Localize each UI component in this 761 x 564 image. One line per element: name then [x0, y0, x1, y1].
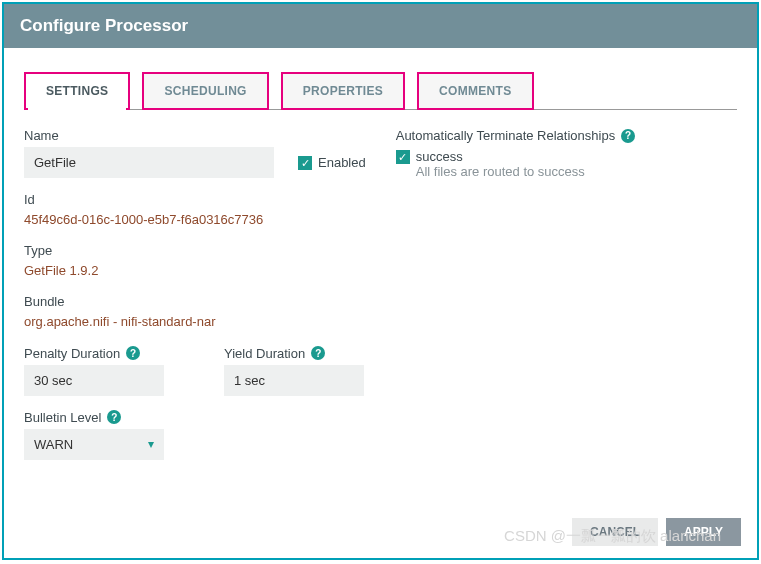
yield-label: Yield Duration	[224, 346, 305, 361]
checkmark-icon: ✓	[396, 150, 410, 164]
dialog-title: Configure Processor	[4, 4, 757, 48]
relationship-success-checkbox[interactable]: ✓ success	[396, 149, 737, 164]
tab-scheduling[interactable]: SCHEDULING	[142, 72, 268, 110]
bundle-label: Bundle	[24, 294, 366, 309]
settings-panel: Name ✓ Enabled Id 45f49c6d-016c-1000-e5b…	[24, 128, 737, 474]
yield-field-block: Yield Duration ?	[224, 346, 364, 396]
bulletin-label: Bulletin Level	[24, 410, 101, 425]
bulletin-field-block: Bulletin Level ? WARN ▾	[24, 410, 366, 460]
name-input[interactable]	[24, 147, 274, 178]
penalty-input[interactable]	[24, 365, 164, 396]
name-label: Name	[24, 128, 366, 143]
id-field-block: Id 45f49c6d-016c-1000-e5b7-f6a0316c7736	[24, 192, 366, 229]
cancel-button[interactable]: CANCEL	[572, 518, 658, 546]
chevron-down-icon: ▾	[148, 437, 154, 451]
help-icon[interactable]: ?	[621, 129, 635, 143]
id-label: Id	[24, 192, 366, 207]
type-label: Type	[24, 243, 366, 258]
penalty-label: Penalty Duration	[24, 346, 120, 361]
dialog-footer: CANCEL APPLY	[4, 506, 757, 558]
bundle-field-block: Bundle org.apache.nifi - nifi-standard-n…	[24, 294, 366, 331]
tab-bar: SETTINGS SCHEDULING PROPERTIES COMMENTS	[24, 72, 737, 110]
relationship-success-desc: All files are routed to success	[416, 164, 737, 179]
dialog-content: SETTINGS SCHEDULING PROPERTIES COMMENTS …	[4, 48, 757, 506]
help-icon[interactable]: ?	[126, 346, 140, 360]
enabled-checkbox-wrap[interactable]: ✓ Enabled	[298, 155, 366, 170]
tab-settings[interactable]: SETTINGS	[24, 72, 130, 110]
configure-processor-dialog: Configure Processor SETTINGS SCHEDULING …	[2, 2, 759, 560]
help-icon[interactable]: ?	[311, 346, 325, 360]
relationships-header: Automatically Terminate Relationships	[396, 128, 615, 143]
type-value: GetFile 1.9.2	[24, 262, 366, 280]
relationships-column: Automatically Terminate Relationships ? …	[396, 128, 737, 474]
enabled-label: Enabled	[318, 155, 366, 170]
bundle-value: org.apache.nifi - nifi-standard-nar	[24, 313, 366, 331]
yield-input[interactable]	[224, 365, 364, 396]
id-value: 45f49c6d-016c-1000-e5b7-f6a0316c7736	[24, 211, 366, 229]
settings-left-column: Name ✓ Enabled Id 45f49c6d-016c-1000-e5b…	[24, 128, 366, 474]
tab-properties[interactable]: PROPERTIES	[281, 72, 405, 110]
relationship-success-label: success	[416, 149, 463, 164]
bulletin-value: WARN	[34, 437, 73, 452]
name-field-block: Name ✓ Enabled	[24, 128, 366, 178]
type-field-block: Type GetFile 1.9.2	[24, 243, 366, 280]
help-icon[interactable]: ?	[107, 410, 121, 424]
bulletin-select[interactable]: WARN ▾	[24, 429, 164, 460]
checkmark-icon: ✓	[298, 156, 312, 170]
penalty-field-block: Penalty Duration ?	[24, 346, 164, 396]
tab-comments[interactable]: COMMENTS	[417, 72, 533, 110]
apply-button[interactable]: APPLY	[666, 518, 741, 546]
